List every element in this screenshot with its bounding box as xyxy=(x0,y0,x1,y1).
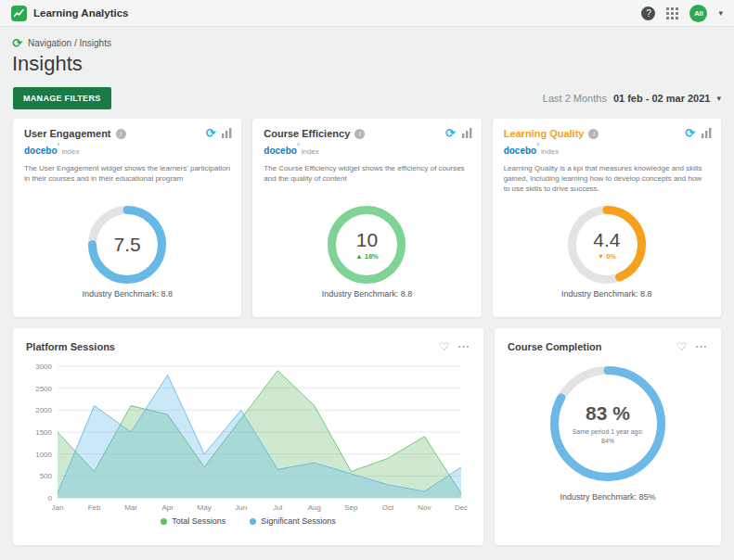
kpi-card-learning-quality: Learning Quality i ⟳ docebo°index Learni… xyxy=(493,119,721,317)
svg-text:Apr: Apr xyxy=(161,503,174,512)
svg-text:Feb: Feb xyxy=(88,503,101,512)
svg-text:Jul: Jul xyxy=(273,503,282,512)
kpi-delta: ▲ 18% xyxy=(355,252,379,261)
kpi-title: User Engagement xyxy=(24,128,111,139)
breadcrumb: ⟳ Navigation / Insights xyxy=(0,27,734,49)
favorite-icon[interactable]: ♡ xyxy=(439,340,449,353)
refresh-icon[interactable]: ⟳ xyxy=(12,37,22,49)
svg-text:Aug: Aug xyxy=(308,503,321,512)
favorite-icon[interactable]: ♡ xyxy=(676,340,687,353)
app-logo-icon xyxy=(11,6,27,21)
docebo-index-logo: docebo°index xyxy=(264,141,470,158)
course-completion-card: Course Completion ♡ ⋯ 83 % Same period 1… xyxy=(495,328,721,545)
kpi-benchmark: Industry Benchmark: 8.8 xyxy=(264,289,470,299)
kpi-card-course-efficiency: Course Efficiency i ⟳ docebo°index The C… xyxy=(252,119,481,317)
refresh-icon[interactable]: ⟳ xyxy=(205,127,215,139)
breadcrumb-text[interactable]: Navigation / Insights xyxy=(28,38,111,48)
svg-text:2000: 2000 xyxy=(35,406,52,414)
info-icon[interactable]: i xyxy=(354,129,365,139)
kpi-benchmark: Industry Benchmark: 8.8 xyxy=(504,289,710,299)
legend-dot xyxy=(250,518,256,525)
kpi-benchmark: Industry Benchmark: 8.8 xyxy=(24,289,230,299)
user-avatar[interactable]: All xyxy=(689,5,707,22)
refresh-icon[interactable]: ⟳ xyxy=(685,127,695,139)
completion-benchmark: Industry Benchmark: 85% xyxy=(508,492,708,502)
panel-title: Platform Sessions xyxy=(26,341,115,352)
kpi-description: The Course Efficiency widget shows the e… xyxy=(264,163,470,204)
manage-filters-button[interactable]: MANAGE FILTERS xyxy=(13,87,111,109)
kpi-delta: ▼ 0% xyxy=(598,252,616,261)
docebo-index-logo: docebo°index xyxy=(504,141,710,158)
info-icon[interactable]: i xyxy=(588,129,599,139)
page-title: Insights xyxy=(0,49,734,76)
more-options-icon[interactable]: ⋯ xyxy=(695,339,708,353)
svg-text:Jan: Jan xyxy=(52,503,64,512)
kpi-card-user-engagement: User Engagement i ⟳ docebo°index The Use… xyxy=(13,119,241,317)
svg-text:May: May xyxy=(198,503,212,512)
learning-analytics-page: Learning Analytics ? All ▾ ⟳ Navigation … xyxy=(0,0,734,560)
chevron-down-icon: ▾ xyxy=(716,94,721,103)
refresh-icon[interactable]: ⟳ xyxy=(445,127,456,139)
panel-title: Course Completion xyxy=(508,341,601,352)
kpi-title: Course Efficiency xyxy=(264,128,350,139)
kpi-cards-row: User Engagement i ⟳ docebo°index The Use… xyxy=(0,119,734,317)
svg-text:1000: 1000 xyxy=(35,451,52,459)
completion-value: 83 % xyxy=(586,402,630,425)
legend-item-total-sessions[interactable]: Total Sessions xyxy=(161,516,225,526)
svg-text:Nov: Nov xyxy=(418,503,431,512)
svg-text:Dec: Dec xyxy=(455,503,468,512)
svg-text:0: 0 xyxy=(48,494,53,503)
svg-text:Jun: Jun xyxy=(235,503,247,512)
platform-sessions-chart: 050010001500200025003000JanFebMarAprMayJ… xyxy=(26,359,470,515)
kpi-value: 4.4 xyxy=(593,229,620,251)
legend-dot xyxy=(161,518,167,525)
info-icon[interactable]: i xyxy=(116,129,126,139)
svg-text:3000: 3000 xyxy=(35,363,52,371)
completion-subtitle: Same period 1 year ago: 84% xyxy=(568,427,648,446)
docebo-index-logo: docebo°index xyxy=(24,141,230,158)
date-range-value: 01 feb - 02 mar 2021 xyxy=(613,93,711,104)
bar-chart-icon[interactable] xyxy=(702,128,712,138)
apps-grid-icon[interactable] xyxy=(666,7,678,19)
chart-legend: Total Sessions Significant Sessions xyxy=(26,516,470,526)
svg-text:Sep: Sep xyxy=(344,503,358,512)
legend-item-significant-sessions[interactable]: Significant Sessions xyxy=(250,516,336,526)
svg-text:1500: 1500 xyxy=(35,428,52,437)
bar-chart-icon[interactable] xyxy=(222,128,232,138)
bottom-row: Platform Sessions ♡ ⋯ 050010001500200025… xyxy=(0,317,734,545)
svg-text:2500: 2500 xyxy=(35,385,52,393)
help-icon[interactable]: ? xyxy=(641,6,655,20)
svg-text:Oct: Oct xyxy=(382,503,394,512)
date-range-period: Last 2 Months xyxy=(543,93,607,104)
more-options-icon[interactable]: ⋯ xyxy=(457,339,470,353)
kpi-description: Learning Quality is a kpi that measures … xyxy=(504,163,710,204)
svg-text:500: 500 xyxy=(40,472,53,480)
top-bar: Learning Analytics ? All ▾ xyxy=(0,0,734,27)
date-range-selector[interactable]: Last 2 Months 01 feb - 02 mar 2021 ▾ xyxy=(543,93,721,104)
chevron-down-icon[interactable]: ▾ xyxy=(718,8,723,18)
app-title: Learning Analytics xyxy=(33,7,128,19)
kpi-value: 10 xyxy=(356,229,378,251)
filters-toolbar: MANAGE FILTERS Last 2 Months 01 feb - 02… xyxy=(0,76,734,119)
kpi-value: 7.5 xyxy=(114,234,141,256)
bar-chart-icon[interactable] xyxy=(462,128,472,138)
svg-text:Mar: Mar xyxy=(124,503,137,512)
platform-sessions-card: Platform Sessions ♡ ⋯ 050010001500200025… xyxy=(13,328,483,545)
kpi-title: Learning Quality xyxy=(504,128,585,139)
kpi-description: The User Engagement widget shows the lea… xyxy=(24,163,230,204)
topbar-actions: ? All ▾ xyxy=(641,5,723,22)
